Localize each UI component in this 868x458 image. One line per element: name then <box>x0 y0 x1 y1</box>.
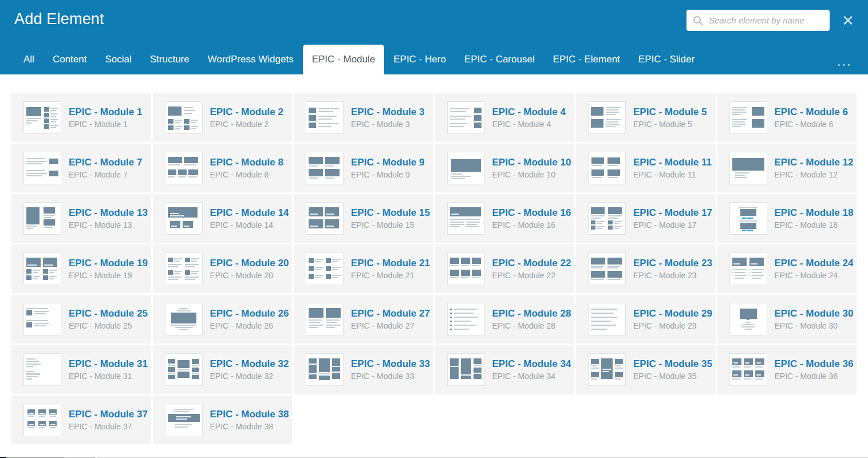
tab-epic-module[interactable]: EPIC - Module <box>303 45 385 74</box>
tabs-overflow-button[interactable]: ... <box>837 56 852 68</box>
element-item-description: EPIC - Module 36 <box>775 372 854 381</box>
element-item-title: EPIC - Module 10 <box>492 157 571 168</box>
element-item[interactable]: EPIC - Module 3EPIC - Module 3 <box>294 93 433 142</box>
close-icon: ✕ <box>842 12 854 29</box>
element-item-title: EPIC - Module 19 <box>69 258 148 269</box>
element-item[interactable]: EPIC - Module 9EPIC - Module 9 <box>294 144 433 192</box>
element-item[interactable]: EPIC - Module 13EPIC - Module 13 <box>11 194 151 243</box>
tab-content[interactable]: Content <box>44 45 96 74</box>
element-item-meta: EPIC - Module 25EPIC - Module 25 <box>69 308 148 330</box>
element-item[interactable]: EPIC - Module 2EPIC - Module 2 <box>153 93 293 142</box>
element-item[interactable]: EPIC - Module 30EPIC - Module 30 <box>717 295 857 344</box>
element-item[interactable]: EPIC - Module 1EPIC - Module 1 <box>11 93 151 142</box>
element-search-box[interactable] <box>686 10 830 31</box>
element-item-description: EPIC - Module 35 <box>633 372 712 381</box>
tab-structure[interactable]: Structure <box>141 45 199 74</box>
element-item[interactable]: EPIC - Module 33EPIC - Module 33 <box>294 345 433 394</box>
tab-wordpress-widgets[interactable]: WordPress Widgets <box>199 45 303 74</box>
element-item-description: EPIC - Module 2 <box>210 120 283 129</box>
element-item[interactable]: EPIC - Module 14EPIC - Module 14 <box>153 194 293 243</box>
element-item[interactable]: EPIC - Module 12EPIC - Module 12 <box>717 144 857 192</box>
wide-image-caption-icon <box>732 156 764 181</box>
tab-epic-carousel[interactable]: EPIC - Carousel <box>455 45 544 74</box>
element-item[interactable]: EPIC - Module 24EPIC - Module 24 <box>717 244 857 293</box>
element-item-meta: EPIC - Module 2EPIC - Module 2 <box>210 106 283 129</box>
hero-text-columns-icon <box>450 206 482 231</box>
element-item[interactable]: EPIC - Module 23EPIC - Module 23 <box>576 244 716 293</box>
grid-2x3-list-icon <box>309 256 341 282</box>
element-item-description: EPIC - Module 17 <box>633 220 712 230</box>
bullet-list-icon <box>450 307 482 332</box>
close-button[interactable]: ✕ <box>838 11 858 30</box>
module-thumbnail <box>447 202 485 235</box>
tab-all[interactable]: All <box>14 45 44 74</box>
element-item[interactable]: EPIC - Module 21EPIC - Module 21 <box>294 244 433 293</box>
tab-epic-slider[interactable]: EPIC - Slider <box>629 45 704 74</box>
search-icon <box>693 15 703 26</box>
element-item[interactable]: EPIC - Module 18EPIC - Module 18 <box>717 194 857 243</box>
element-item[interactable]: EPIC - Module 28EPIC - Module 28 <box>435 295 575 344</box>
element-item[interactable]: EPIC - Module 5EPIC - Module 5 <box>576 93 716 142</box>
element-item-meta: EPIC - Module 34EPIC - Module 34 <box>492 358 571 381</box>
element-item[interactable]: EPIC - Module 25EPIC - Module 25 <box>11 295 151 344</box>
element-item-description: EPIC - Module 12 <box>775 170 854 179</box>
element-item-meta: EPIC - Module 38EPIC - Module 38 <box>210 409 289 431</box>
two-rows-thumb-left-icon <box>591 105 623 131</box>
text-lines-icon <box>591 307 623 332</box>
element-item[interactable]: EPIC - Module 22EPIC - Module 22 <box>435 244 575 293</box>
module-thumbnail <box>729 353 767 386</box>
element-item[interactable]: EPIC - Module 19EPIC - Module 19 <box>11 244 151 293</box>
element-item-description: EPIC - Module 9 <box>351 170 424 179</box>
element-item-title: EPIC - Module 6 <box>775 106 848 118</box>
element-item-meta: EPIC - Module 6EPIC - Module 6 <box>775 106 848 129</box>
element-item-meta: EPIC - Module 27EPIC - Module 27 <box>351 308 430 330</box>
tab-social[interactable]: Social <box>96 45 140 74</box>
element-item[interactable]: EPIC - Module 31EPIC - Module 31 <box>11 345 151 394</box>
element-item[interactable]: EPIC - Module 15EPIC - Module 15 <box>294 194 433 243</box>
element-item[interactable]: EPIC - Module 6EPIC - Module 6 <box>717 93 857 142</box>
tab-epic-element[interactable]: EPIC - Element <box>544 45 629 74</box>
element-item-title: EPIC - Module 32 <box>210 358 289 370</box>
module-thumbnail <box>306 353 344 386</box>
element-item[interactable]: EPIC - Module 26EPIC - Module 26 <box>153 295 293 344</box>
element-item[interactable]: EPIC - Module 10EPIC - Module 10 <box>435 144 575 192</box>
element-item[interactable]: EPIC - Module 27EPIC - Module 27 <box>294 295 433 344</box>
element-item[interactable]: EPIC - Module 36EPIC - Module 36 <box>717 345 857 394</box>
grid-3x2-cards-icon <box>732 357 764 382</box>
element-item-meta: EPIC - Module 4EPIC - Module 4 <box>492 106 566 129</box>
element-item[interactable]: EPIC - Module 7EPIC - Module 7 <box>11 144 151 192</box>
module-thumbnail <box>588 101 626 134</box>
element-item[interactable]: EPIC - Module 38EPIC - Module 38 <box>153 396 293 444</box>
element-item[interactable]: EPIC - Module 20EPIC - Module 20 <box>153 244 293 293</box>
element-item[interactable]: EPIC - Module 29EPIC - Module 29 <box>576 295 716 344</box>
element-item[interactable]: EPIC - Module 4EPIC - Module 4 <box>435 93 575 142</box>
element-item-description: EPIC - Module 4 <box>492 120 566 129</box>
module-thumbnail <box>23 353 61 386</box>
tall-left-two-right-icon <box>26 206 58 231</box>
element-item-title: EPIC - Module 34 <box>492 358 571 370</box>
element-item-meta: EPIC - Module 13EPIC - Module 13 <box>69 207 148 230</box>
element-item[interactable]: EPIC - Module 17EPIC - Module 17 <box>576 194 716 243</box>
element-item-description: EPIC - Module 18 <box>775 220 854 230</box>
search-input[interactable] <box>708 15 823 26</box>
list-rows-right-thumb-icon <box>450 105 482 131</box>
element-item[interactable]: EPIC - Module 35EPIC - Module 35 <box>576 345 716 394</box>
two-images-captions-icon <box>309 307 341 332</box>
element-item-title: EPIC - Module 22 <box>492 258 571 269</box>
element-item[interactable]: EPIC - Module 8EPIC - Module 8 <box>153 144 293 192</box>
element-item-description: EPIC - Module 26 <box>210 321 289 330</box>
element-item-meta: EPIC - Module 28EPIC - Module 28 <box>492 308 571 330</box>
module-thumbnail <box>447 152 485 184</box>
element-item[interactable]: EPIC - Module 34EPIC - Module 34 <box>435 345 575 394</box>
element-item-meta: EPIC - Module 17EPIC - Module 17 <box>633 207 712 230</box>
tab-epic-hero[interactable]: EPIC - Hero <box>384 45 455 74</box>
element-item[interactable]: EPIC - Module 16EPIC - Module 16 <box>435 194 575 243</box>
element-item[interactable]: EPIC - Module 32EPIC - Module 32 <box>153 345 293 394</box>
element-item[interactable]: EPIC - Module 11EPIC - Module 11 <box>576 144 716 192</box>
element-item[interactable]: EPIC - Module 37EPIC - Module 37 <box>11 396 151 444</box>
element-item-description: EPIC - Module 24 <box>775 271 854 280</box>
element-item-title: EPIC - Module 36 <box>775 358 854 370</box>
element-item-description: EPIC - Module 11 <box>633 170 712 179</box>
module-thumbnail <box>588 252 626 285</box>
element-item-title: EPIC - Module 18 <box>775 207 854 219</box>
